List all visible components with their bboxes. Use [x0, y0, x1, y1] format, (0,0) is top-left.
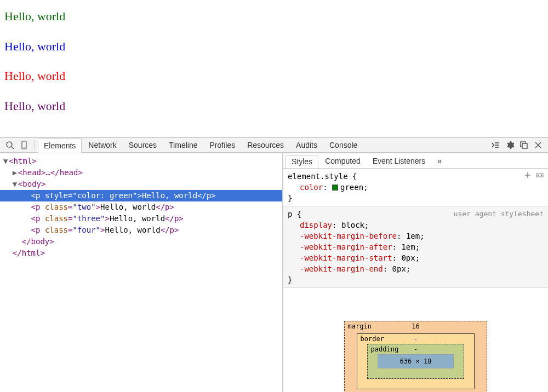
dom-body-close[interactable]: </body>: [0, 236, 282, 247]
new-rule-icon[interactable]: [524, 171, 532, 182]
tab-elements[interactable]: Elements: [38, 139, 82, 153]
device-icon[interactable]: [18, 139, 31, 152]
rule-close: }: [288, 274, 544, 285]
css-value[interactable]: 1em;: [401, 243, 420, 251]
css-property[interactable]: -webkit-margin-before: [300, 232, 397, 240]
styles-tabs: Styles Computed Event Listeners »: [283, 153, 548, 169]
toggle-state-icon[interactable]: [536, 171, 544, 182]
margin-top-value: 16: [412, 322, 419, 330]
border-top-value: -: [414, 335, 418, 343]
dom-p1[interactable]: <p style="color: green">Hello, world</p>: [0, 190, 282, 201]
svg-point-15: [541, 175, 542, 176]
preview-paragraph-4[interactable]: Hello, world: [4, 99, 544, 114]
dom-html-close[interactable]: </html>: [0, 247, 282, 259]
style-origin: user agent stylesheet: [454, 209, 544, 220]
css-property[interactable]: -webkit-margin-end: [300, 264, 383, 273]
dom-p2[interactable]: <p class="two">Hello, world</p>: [0, 201, 282, 213]
css-property[interactable]: display: [300, 221, 332, 229]
drawer-icon[interactable]: [489, 139, 502, 152]
sidebar-tab-styles[interactable]: Styles: [286, 155, 318, 168]
dom-head[interactable]: ▶<head>…</head>: [0, 167, 282, 178]
rule-close: }: [288, 193, 544, 204]
svg-point-0: [7, 142, 12, 147]
box-model-diagram[interactable]: margin 16 border - padding - 636 × 18: [283, 288, 548, 392]
css-property[interactable]: color: [300, 183, 323, 192]
color-swatch[interactable]: [332, 185, 338, 191]
css-property[interactable]: -webkit-margin-start: [300, 253, 392, 262]
css-value[interactable]: 0px;: [401, 253, 420, 262]
svg-rect-8: [522, 143, 527, 148]
separator: [34, 140, 35, 150]
elements-tree[interactable]: ▼<html> ▶<head>…</head> ▼<body> <p style…: [0, 153, 282, 392]
margin-label: margin: [348, 322, 372, 330]
preview-paragraph-3[interactable]: Hello, world: [4, 68, 544, 84]
rule-selector[interactable]: element.style {: [288, 171, 544, 182]
content-size: 636 × 18: [378, 354, 454, 368]
svg-line-1: [12, 147, 14, 149]
dom-p3[interactable]: <p class="three">Hello, world</p>: [0, 213, 282, 224]
sidebar-tab-more[interactable]: »: [432, 155, 447, 167]
devtools-toolbar: Elements Network Sources Timeline Profil…: [0, 137, 548, 153]
close-icon[interactable]: [532, 139, 545, 152]
element-style-rule[interactable]: element.style { color: green; }: [283, 169, 548, 206]
user-agent-rule[interactable]: user agent stylesheet p { display: block…: [283, 206, 548, 288]
tab-audits[interactable]: Audits: [290, 139, 323, 152]
styles-panel: Styles Computed Event Listeners » elemen…: [282, 153, 548, 392]
tab-network[interactable]: Network: [83, 139, 122, 152]
css-property[interactable]: -webkit-margin-after: [300, 243, 392, 251]
preview-paragraph-1[interactable]: Hello, world: [4, 9, 544, 25]
tab-profiles[interactable]: Profiles: [204, 139, 241, 152]
gear-icon[interactable]: [503, 139, 516, 152]
border-label: border: [361, 335, 384, 343]
tab-timeline[interactable]: Timeline: [163, 139, 203, 152]
padding-label: padding: [371, 345, 399, 353]
tab-console[interactable]: Console: [324, 139, 363, 152]
preview-paragraph-2[interactable]: Hello, world: [4, 39, 544, 55]
dom-html-open[interactable]: ▼<html>: [0, 155, 282, 167]
svg-point-14: [538, 175, 539, 176]
search-icon[interactable]: [3, 139, 16, 152]
tab-resources[interactable]: Resources: [242, 139, 289, 152]
dom-body-open[interactable]: ▼<body>: [0, 178, 282, 190]
page-preview: Hello, world Hello, world Hello, world H…: [0, 0, 548, 137]
dom-p4[interactable]: <p class="four">Hello, world</p>: [0, 224, 282, 236]
css-value[interactable]: 0px;: [392, 264, 411, 273]
sidebar-tab-computed[interactable]: Computed: [319, 155, 366, 167]
css-value[interactable]: green;: [340, 183, 368, 192]
css-value[interactable]: block;: [341, 221, 369, 229]
css-value[interactable]: 1em;: [406, 232, 425, 240]
sidebar-tab-eventlisteners[interactable]: Event Listeners: [367, 155, 431, 167]
padding-top-value: -: [414, 345, 418, 353]
dock-icon[interactable]: [517, 139, 530, 152]
tab-sources[interactable]: Sources: [123, 139, 162, 152]
devtools-body: ▼<html> ▶<head>…</head> ▼<body> <p style…: [0, 153, 548, 392]
